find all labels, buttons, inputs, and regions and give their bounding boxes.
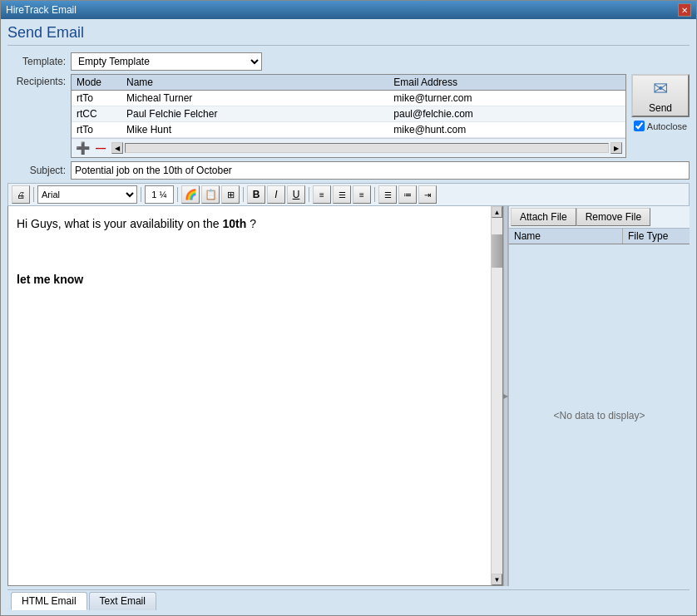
attachment-table-header: Name File Type [509,229,690,244]
title-bar: HireTrack Email ✕ [1,1,696,19]
scroll-left-button[interactable]: ◀ [111,142,123,154]
scroll-track[interactable] [125,143,609,153]
email-editor[interactable]: Hi Guys, what is your availability on th… [8,206,491,585]
autoclose-checkbox[interactable] [634,121,645,131]
bold-button[interactable]: B [247,185,265,204]
indent-button[interactable]: ⇥ [418,185,437,204]
editor-container: Hi Guys, what is your availability on th… [7,206,503,586]
email-content: Hi Guys, what is your availability on th… [17,214,482,289]
send-icon: ✉ [653,78,668,100]
sep3 [177,187,178,202]
recipient-mode: rtCC [72,106,121,122]
subject-label: Subject: [7,165,66,176]
scroll-right-button[interactable]: ▶ [610,142,622,154]
attachment-panel: Attach File Remove File Name File Type <… [508,206,690,586]
recipient-name: Mike Hunt [121,122,388,138]
sep2 [141,187,141,202]
content-area: Send Email Template: Empty Template Reci… [1,19,696,615]
table-button[interactable]: ⊞ [221,185,240,204]
tab-html-email[interactable]: HTML Email [11,592,87,610]
font-select[interactable]: Arial [37,185,137,204]
sep5 [309,187,309,202]
template-label: Template: [7,56,66,67]
horizontal-scroll: ◀ ▶ [111,142,622,154]
add-recipient-button[interactable]: ➕ [75,140,90,155]
subject-row: Subject: [7,161,690,180]
recipient-email: mike@hunt.com [388,122,625,138]
sep6 [374,187,375,202]
ordered-list-button[interactable]: ≔ [398,185,417,204]
attachment-empty-state: <No data to display> [509,244,690,586]
font-size-input[interactable] [145,185,174,204]
underline-button[interactable]: U [287,185,305,204]
attachment-name-col: Name [509,229,623,244]
remove-file-button[interactable]: Remove File [576,208,650,226]
recipients-table-container: Mode Name Email Address rtTo Micheal Tur… [71,74,626,158]
print-button[interactable]: 🖨 [12,185,30,204]
recipient-name: Micheal Turner [121,91,388,106]
table-row: rtTo Micheal Turner mike@turner.com [72,91,625,106]
unordered-list-button[interactable]: ☰ [378,185,397,204]
bold-text: 10th [222,217,246,230]
col-mode: Mode [72,75,121,91]
recipients-table: Mode Name Email Address rtTo Micheal Tur… [72,75,625,138]
table-row: rtCC Paul Felchie Felcher paul@felchie.c… [72,106,625,122]
close-button[interactable]: ✕ [678,3,691,17]
recipients-label: Recipients: [7,74,66,87]
window-title: HireTrack Email [6,4,77,16]
align-center-button[interactable]: ☰ [333,185,351,204]
send-label: Send [649,102,672,114]
page-title: Send Email [7,24,690,46]
attach-file-button[interactable]: Attach File [511,208,576,226]
copy-button[interactable]: 📋 [201,185,220,204]
italic-button[interactable]: I [267,185,285,204]
template-row: Template: Empty Template [7,52,690,71]
attachment-buttons: Attach File Remove File [509,206,690,229]
recipient-email: mike@turner.com [388,91,625,106]
scroll-track-space [492,268,502,574]
recipient-mode: rtTo [72,122,121,138]
remove-recipient-button[interactable]: — [93,140,108,155]
col-name: Name [121,75,388,91]
attachment-type-col: File Type [623,229,690,244]
rainbow-button[interactable]: 🌈 [181,185,200,204]
recipient-name: Paul Felchie Felcher [121,106,388,122]
align-left-button[interactable]: ≡ [313,185,331,204]
let-me-know: let me know [17,270,482,288]
sep1 [33,187,34,202]
recipients-controls: ➕ — ◀ ▶ [72,138,625,157]
recipient-mode: rtTo [72,91,121,106]
col-email: Email Address [388,75,625,91]
recipients-section: Recipients: Mode Name Email Address rtTo… [7,74,690,158]
scroll-down-button[interactable]: ▼ [492,574,502,585]
recipient-email: paul@felchie.com [388,106,625,122]
send-area: ✉ Send Autoclose [631,74,690,131]
scroll-thumb[interactable] [492,234,502,268]
editor-section: 🖨 Arial 🌈 📋 ⊞ B I U ≡ ☰ ≡ [7,183,690,586]
table-row: rtTo Mike Hunt mike@hunt.com [72,122,625,138]
subject-input[interactable] [71,161,690,180]
main-window: HireTrack Email ✕ Send Email Template: E… [0,0,697,616]
editor-attachments-row: Hi Guys, what is your availability on th… [7,206,690,586]
autoclose-row: Autoclose [634,121,687,131]
scroll-up-button[interactable]: ▲ [492,206,502,218]
template-select[interactable]: Empty Template [71,52,262,71]
autoclose-label: Autoclose [647,121,687,131]
sep4 [243,187,244,202]
template-wrapper: Empty Template [71,52,262,71]
align-right-button[interactable]: ≡ [353,185,371,204]
editor-toolbar: 🖨 Arial 🌈 📋 ⊞ B I U ≡ ☰ ≡ [7,183,690,206]
bottom-tabs: HTML Email Text Email [7,589,690,610]
editor-scrollbar: ▲ ▼ [491,206,502,585]
tab-text-email[interactable]: Text Email [89,592,156,610]
send-button[interactable]: ✉ Send [631,74,690,117]
